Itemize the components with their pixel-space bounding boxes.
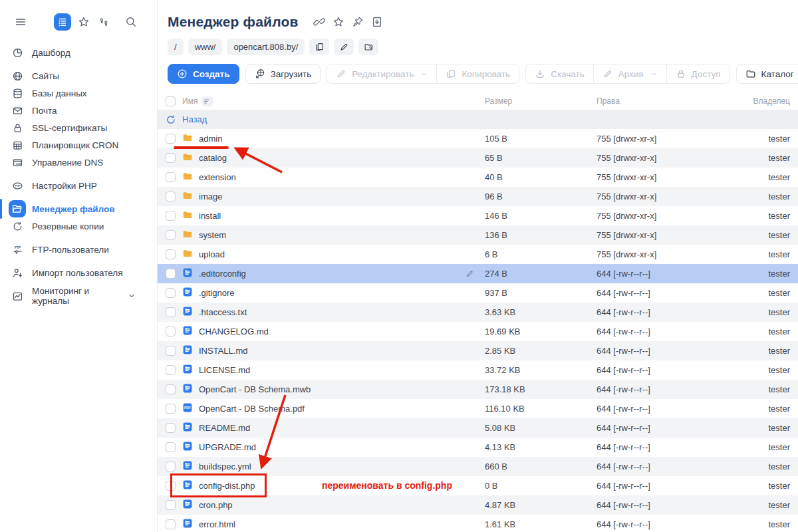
table-row[interactable]: UPGRADE.md4.13 KB644 [-rw-r--r--]tester (158, 438, 798, 457)
table-row[interactable]: PDFOpenCart - DB Schema.pdf116.10 KB644 … (158, 399, 798, 418)
file-name[interactable]: INSTALL.md (199, 346, 247, 356)
table-row[interactable]: extension40 B755 [drwxr-xr-x]tester (158, 168, 798, 187)
table-row[interactable]: admin105 B755 [drwxr-xr-x]tester (158, 129, 798, 148)
row-checkbox[interactable] (166, 307, 176, 317)
column-header-owner[interactable]: Владелец (753, 96, 790, 106)
row-checkbox[interactable] (166, 134, 176, 144)
table-row[interactable]: INSTALL.md2.85 KB644 [-rw-r--r--]tester (158, 341, 798, 360)
file-name[interactable]: LICENSE.md (199, 365, 250, 375)
row-checkbox[interactable] (166, 404, 176, 414)
archive-button[interactable]: Архив (593, 65, 666, 83)
sidebar-item-cron[interactable]: Планировщик CRON (0, 136, 157, 154)
row-checkbox[interactable] (166, 249, 176, 259)
create-button[interactable]: Создать (168, 64, 239, 84)
breadcrumb-pencil-button[interactable] (334, 39, 354, 55)
upload-button[interactable]: Загрузить (245, 64, 321, 84)
row-checkbox[interactable] (166, 172, 176, 182)
pin-button[interactable] (352, 16, 364, 28)
table-row[interactable]: README.md5.08 KB644 [-rw-r--r--]tester (158, 418, 798, 438)
nav-list-button[interactable] (54, 13, 71, 31)
row-checkbox[interactable] (166, 423, 176, 433)
file-name[interactable]: cron.php (199, 500, 233, 510)
breadcrumb-segment-1[interactable]: www/ (188, 39, 223, 55)
table-row[interactable]: error.html1.61 KB644 [-rw-r--r--]tester (158, 515, 798, 532)
star-button[interactable] (332, 16, 344, 28)
row-checkbox[interactable] (166, 384, 176, 394)
sidebar-search-button[interactable] (122, 13, 140, 31)
breadcrumb-copy-button[interactable] (309, 39, 329, 55)
catalog-button[interactable]: Каталог (737, 65, 798, 83)
file-name[interactable]: error.html (199, 519, 235, 529)
column-header-name[interactable]: Имя (182, 96, 198, 106)
sidebar-item-dashboard[interactable]: Дашборд (0, 44, 157, 61)
sidebar-item-monitoring[interactable]: Мониторинг и журналы (0, 287, 157, 305)
link-button[interactable] (313, 16, 325, 28)
sidebar-item-files[interactable]: Менеджер файлов (0, 200, 157, 217)
file-name[interactable]: .editorconfig (199, 269, 246, 279)
access-button[interactable]: Доступ (666, 65, 730, 83)
table-row[interactable]: OpenCart - DB Schema.mwb173.18 KB644 [-r… (158, 380, 798, 399)
back-row[interactable]: Назад (158, 110, 798, 129)
file-name[interactable]: .gitignore (199, 288, 234, 298)
sidebar-item-ssl[interactable]: SSL-сертификаты (0, 119, 157, 136)
table-row[interactable]: upload6 B755 [drwxr-xr-x]tester (158, 245, 798, 264)
hamburger-menu-button[interactable] (12, 13, 29, 31)
column-header-perms[interactable]: Права (597, 96, 620, 106)
sidebar-item-globe[interactable]: Сайты (0, 67, 157, 84)
breadcrumb-segment-0[interactable]: / (168, 39, 184, 55)
row-checkbox[interactable] (166, 269, 176, 279)
sidebar-item-import[interactable]: Импорт пользователя (0, 264, 157, 281)
row-checkbox[interactable] (166, 519, 176, 529)
file-name[interactable]: CHANGELOG.md (199, 327, 269, 336)
table-row[interactable]: system136 B755 [drwxr-xr-x]tester (158, 225, 798, 245)
table-row[interactable]: .editorconfig274 B644 [-rw-r--r--]tester (158, 264, 798, 283)
row-checkbox[interactable] (166, 462, 176, 471)
table-row[interactable]: .gitignore937 B644 [-rw-r--r--]tester (158, 283, 798, 303)
file-name[interactable]: OpenCart - DB Schema.pdf (199, 404, 305, 414)
file-name[interactable]: README.md (199, 423, 250, 433)
table-row[interactable]: install146 B755 [drwxr-xr-x]tester (158, 206, 798, 225)
table-row[interactable]: LICENSE.md33.72 KB644 [-rw-r--r--]tester (158, 360, 798, 380)
sidebar-item-dns[interactable]: COMУправление DNS (0, 154, 157, 171)
copy-button[interactable]: Копировать (436, 65, 519, 83)
row-checkbox[interactable] (166, 346, 176, 356)
file-name[interactable]: catalog (199, 153, 227, 163)
file-name[interactable]: buildspec.yml (199, 462, 251, 471)
file-name[interactable]: extension (199, 172, 236, 182)
file-name[interactable]: admin (199, 134, 222, 144)
table-row[interactable]: image96 B755 [drwxr-xr-x]tester (158, 187, 798, 206)
sidebar-item-mail[interactable]: Почта (0, 102, 157, 119)
edit-button[interactable]: Редактировать (327, 65, 436, 83)
sidebar-item-backup[interactable]: Резервные копии (0, 217, 157, 235)
row-checkbox[interactable] (166, 365, 176, 375)
row-checkbox[interactable] (166, 153, 176, 163)
sort-button[interactable] (201, 96, 213, 106)
sidebar-item-database[interactable]: Базы данных (0, 84, 157, 102)
row-checkbox[interactable] (166, 327, 176, 336)
file-name[interactable]: install (199, 211, 221, 221)
footprints-button[interactable] (95, 13, 112, 31)
export-button[interactable] (371, 16, 383, 28)
row-checkbox[interactable] (166, 442, 176, 452)
file-name[interactable]: image (199, 192, 222, 201)
table-row[interactable]: CHANGELOG.md19.69 KB644 [-rw-r--r--]test… (158, 322, 798, 341)
favorites-button[interactable] (75, 13, 92, 31)
row-checkbox[interactable] (166, 500, 176, 510)
row-checkbox[interactable] (166, 192, 176, 201)
table-row[interactable]: catalog65 B755 [drwxr-xr-x]tester (158, 148, 798, 168)
sidebar-item-php[interactable]: PHPНастройки PHP (0, 177, 157, 194)
row-checkbox[interactable] (166, 211, 176, 221)
sidebar-item-ftp[interactable]: FTPFTP-пользователи (0, 241, 157, 258)
breadcrumb-folder-star-button[interactable] (358, 39, 378, 55)
breadcrumb-segment-2[interactable]: opencart.808.by/ (227, 39, 305, 55)
row-checkbox[interactable] (166, 288, 176, 298)
file-name[interactable]: .htaccess.txt (199, 307, 247, 317)
table-row[interactable]: .htaccess.txt3.63 KB644 [-rw-r--r--]test… (158, 303, 798, 322)
file-name[interactable]: OpenCart - DB Schema.mwb (199, 384, 311, 394)
file-name[interactable]: upload (199, 249, 225, 259)
column-header-size[interactable]: Размер (485, 96, 597, 106)
row-checkbox[interactable] (166, 230, 176, 240)
select-all-checkbox[interactable] (166, 96, 176, 106)
file-name[interactable]: UPGRADE.md (199, 442, 256, 452)
download-button[interactable]: Скачать (526, 65, 593, 83)
